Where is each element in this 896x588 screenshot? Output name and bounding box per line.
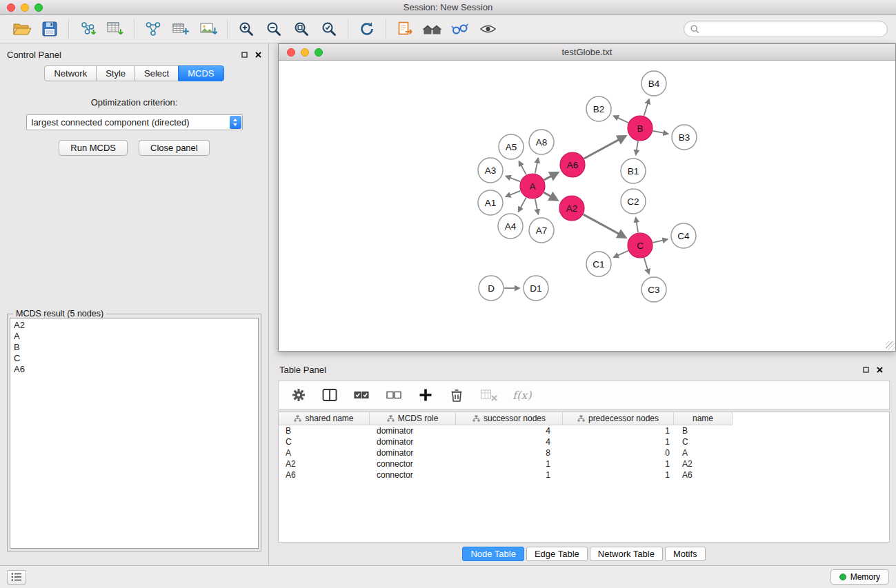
- close-window-button[interactable]: [7, 3, 15, 12]
- function-builder-button[interactable]: f(x): [512, 389, 531, 402]
- table-row[interactable]: Bdominator41B: [279, 425, 889, 436]
- float-table-panel-icon[interactable]: [863, 367, 869, 373]
- close-panel-button[interactable]: Close panel: [139, 140, 210, 156]
- column-header-predecessor-nodes[interactable]: predecessor nodes: [563, 412, 674, 425]
- table-settings-button[interactable]: [290, 383, 308, 407]
- mcds-result-item[interactable]: C: [14, 353, 255, 364]
- tab-node-table[interactable]: Node Table: [462, 547, 524, 561]
- graph-edge-A-A2[interactable]: [544, 192, 558, 200]
- graph-edge-A-A3[interactable]: [506, 176, 520, 181]
- table-row[interactable]: A2connector11A2: [279, 458, 889, 469]
- new-network-button[interactable]: [139, 17, 167, 41]
- table-row[interactable]: Cdominator41C: [279, 436, 889, 447]
- tab-edge-table[interactable]: Edge Table: [526, 547, 588, 561]
- new-table-button[interactable]: [167, 17, 195, 41]
- graph-edge-A-A5[interactable]: [519, 161, 526, 174]
- graph-edge-B-B1[interactable]: [636, 141, 638, 155]
- zoom-out-button[interactable]: [260, 17, 288, 41]
- criterion-dropdown[interactable]: largest connected component (directed): [26, 114, 243, 130]
- network-close-button[interactable]: [287, 48, 295, 57]
- column-header-successor-nodes[interactable]: successor nodes: [456, 412, 563, 425]
- tab-style[interactable]: Style: [96, 65, 135, 81]
- import-network-from-file-button[interactable]: [74, 17, 101, 41]
- graph-edge-B-B3[interactable]: [653, 131, 668, 134]
- graph-edge-C-C4[interactable]: [653, 239, 668, 243]
- toolbar-separator: [348, 19, 348, 39]
- table-body: Bdominator41BCdominator41CAdominator80AA…: [279, 425, 889, 480]
- column-visibility-button[interactable]: [321, 383, 339, 407]
- graph-edge-B-B2[interactable]: [614, 116, 628, 123]
- mcds-result-item[interactable]: A2: [14, 320, 255, 331]
- graph-edge-A-A7[interactable]: [535, 199, 538, 214]
- graph-edge-A-A6[interactable]: [544, 172, 558, 180]
- zoom-in-button[interactable]: [232, 17, 260, 41]
- table-panel-title: Table Panel: [279, 365, 326, 375]
- network-from-selection-button[interactable]: [391, 17, 419, 41]
- node-table: shared name MCDS role successor nodes pr…: [278, 412, 890, 543]
- close-panel-icon[interactable]: [255, 52, 261, 58]
- column-header-mcds-role[interactable]: MCDS role: [370, 412, 456, 425]
- table-row[interactable]: A6connector11A6: [279, 469, 889, 480]
- table-cell: B: [279, 425, 370, 436]
- toggle-bird-eye-view-button[interactable]: [474, 17, 501, 41]
- network-graph[interactable]: B4B2BB3A5A8A6B1A3AC2A1A2A4A7C4CC1C3DD1: [279, 61, 895, 349]
- table-cell: dominator: [370, 425, 456, 436]
- open-session-button[interactable]: [8, 17, 36, 41]
- tab-mcds[interactable]: MCDS: [178, 65, 223, 81]
- tab-network[interactable]: Network: [44, 65, 97, 81]
- import-table-from-file-button[interactable]: [101, 17, 129, 41]
- column-header-label: successor nodes: [484, 414, 546, 423]
- window-resize-grip[interactable]: [886, 341, 895, 350]
- network-window-title: testGlobe.txt: [279, 47, 895, 57]
- table-cell: dominator: [370, 436, 456, 447]
- column-header-name[interactable]: name: [674, 412, 733, 425]
- tab-motifs[interactable]: Motifs: [665, 547, 706, 561]
- table-panel: Table Panel: [278, 358, 896, 565]
- graph-edge-A-A8[interactable]: [535, 159, 538, 174]
- float-panel-icon[interactable]: [241, 52, 248, 58]
- search-icon: [690, 25, 699, 34]
- first-neighbors-button[interactable]: [419, 17, 446, 41]
- delete-rows-button[interactable]: [448, 383, 466, 407]
- deselect-all-rows-button[interactable]: [384, 383, 404, 407]
- table-cell: dominator: [370, 447, 456, 458]
- table-row[interactable]: Adominator80A: [279, 447, 889, 458]
- memory-button[interactable]: Memory: [830, 569, 889, 585]
- search-box[interactable]: [684, 21, 888, 37]
- graph-edge-A-A1[interactable]: [506, 191, 520, 196]
- fit-content-button[interactable]: [288, 17, 315, 41]
- tab-network-table[interactable]: Network Table: [590, 547, 663, 561]
- network-minimize-button[interactable]: [301, 48, 309, 57]
- graph-edge-C-C2[interactable]: [636, 218, 638, 233]
- mcds-result-item[interactable]: B: [14, 342, 255, 353]
- mcds-result-item[interactable]: A: [14, 331, 255, 342]
- minimize-window-button[interactable]: [21, 3, 29, 12]
- delete-table-button[interactable]: [479, 383, 499, 407]
- add-row-button[interactable]: [417, 383, 435, 407]
- select-all-rows-button[interactable]: [352, 383, 371, 407]
- export-image-button[interactable]: [195, 17, 222, 41]
- graph-edge-A-A4[interactable]: [519, 198, 526, 212]
- table-cell: A: [674, 447, 733, 458]
- graph-edge-A6-B[interactable]: [584, 136, 626, 159]
- graph-edge-C-C1[interactable]: [614, 251, 628, 257]
- save-session-button[interactable]: [36, 17, 63, 41]
- tab-select[interactable]: Select: [135, 65, 179, 81]
- network-zoom-button[interactable]: [315, 48, 323, 57]
- network-canvas[interactable]: B4B2BB3A5A8A6B1A3AC2A1A2A4A7C4CC1C3DD1: [279, 61, 895, 351]
- refresh-layout-button[interactable]: [353, 17, 381, 41]
- mcds-result-item[interactable]: A6: [14, 364, 255, 375]
- show-graphics-details-button[interactable]: [446, 17, 474, 41]
- pane-divider[interactable]: [278, 352, 896, 358]
- toolbar-separator: [386, 19, 386, 39]
- graph-edge-A2-C[interactable]: [584, 214, 626, 237]
- column-header-shared-name[interactable]: shared name: [279, 412, 370, 425]
- graph-edge-C-C3[interactable]: [644, 258, 649, 274]
- zoom-window-button[interactable]: [34, 3, 43, 12]
- graph-edge-B-B4[interactable]: [644, 99, 649, 116]
- search-input[interactable]: [704, 24, 881, 34]
- close-table-panel-icon[interactable]: [877, 367, 883, 373]
- zoom-selected-button[interactable]: [315, 17, 343, 41]
- run-mcds-button[interactable]: Run MCDS: [59, 140, 128, 156]
- show-task-history-button[interactable]: [7, 570, 26, 585]
